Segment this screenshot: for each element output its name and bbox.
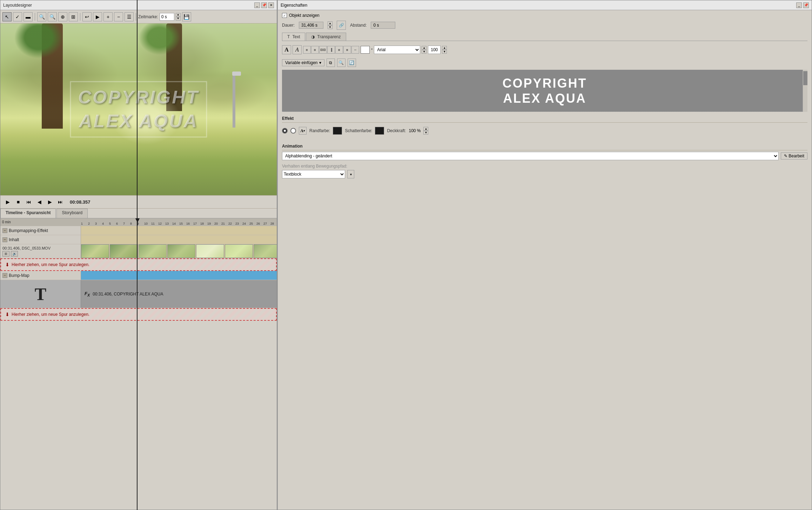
tab-transparenz[interactable]: ◑ Transparenz — [306, 33, 346, 41]
next-frame-button[interactable]: ▶ — [46, 198, 54, 206]
copy-format-button[interactable]: ⧉ — [327, 59, 335, 67]
track-label-media: 00:31.406, DSC_0533.MOV ⊞ 🔊 — [0, 244, 81, 258]
objekt-anzeigen-label: Objekt anzeigen — [289, 13, 320, 18]
bold-button[interactable]: A — [282, 45, 291, 54]
align-justify-button[interactable]: ≡ — [343, 46, 351, 54]
track-content-inhalt — [81, 235, 277, 244]
undo-button[interactable]: ↩ — [82, 12, 92, 21]
link-button[interactable]: 🔗 — [337, 21, 346, 30]
grid-button[interactable]: ⊞ — [69, 12, 78, 21]
track-media-audio-btn[interactable]: 🔊 — [11, 251, 18, 257]
scrollbar-thumb[interactable] — [803, 71, 807, 85]
textblock-select[interactable]: Textblock — [282, 170, 345, 178]
track-collapse-bumpmapping[interactable]: − — [2, 228, 7, 233]
dauer-up[interactable]: ▲ — [328, 21, 333, 25]
variable-insert-button[interactable]: Variable einfügen ▾ — [282, 59, 324, 66]
text-color-box[interactable] — [361, 46, 370, 54]
search-button[interactable]: 🔍 — [337, 59, 345, 67]
font-select[interactable]: Arial Times New Roman Verdana — [374, 46, 420, 54]
deckkraft-up[interactable]: ▲ — [423, 127, 428, 131]
italic-button[interactable]: A — [293, 45, 302, 54]
deckkraft-spinner[interactable]: ▲ ▼ — [423, 127, 428, 135]
props-pin-button[interactable]: 📌 — [803, 2, 809, 8]
zoom-in-button[interactable]: 🔍 — [37, 12, 46, 21]
font-size-up[interactable]: ▲ — [442, 46, 447, 50]
dauer-down[interactable]: ▼ — [328, 25, 333, 29]
align-center-button[interactable]: ≡ — [311, 46, 319, 54]
props-minimize-button[interactable]: ⎯ — [796, 2, 802, 8]
rewind-button[interactable]: ⏮ — [25, 198, 33, 206]
drop-zone-1[interactable]: ⬇ Hierher ziehen, um neue Spur anzulegen… — [0, 258, 277, 271]
playhead-indicator — [137, 218, 138, 225]
text-tab-icon: T — [287, 34, 290, 39]
align-fill-button[interactable]: ▐ — [327, 46, 335, 54]
fast-forward-button[interactable]: ⏭ — [56, 198, 64, 206]
zeitmarke-spinner[interactable]: ▲ ▼ — [176, 13, 181, 21]
shadow-color-box[interactable] — [375, 127, 384, 135]
pin-button[interactable]: 📌 — [261, 2, 267, 8]
animation-edit-button[interactable]: ✎ Bearbeit — [781, 152, 807, 159]
textblock-dropdown[interactable]: ▾ — [347, 170, 354, 178]
track-collapse-inhalt[interactable]: − — [2, 237, 7, 242]
align-cols-button[interactable]: ⊟⊟ — [319, 46, 327, 54]
border-color-box[interactable] — [333, 127, 342, 135]
font-select-spinner[interactable]: ▲ ▼ — [422, 46, 427, 54]
dauer-spinner[interactable]: ▲ ▼ — [328, 21, 333, 29]
animation-select[interactable]: Alphablending - geändert Keine Einblende… — [282, 152, 779, 160]
close-button[interactable]: ✕ — [268, 2, 274, 8]
preview-line2: ALEX AQUA — [502, 91, 587, 106]
checkmark-button[interactable]: ✓ — [13, 12, 22, 21]
save-button[interactable]: 💾 — [182, 12, 191, 21]
tab-storyboard[interactable]: Storyboard — [56, 209, 88, 218]
ruler-mark-15: 15 — [179, 222, 183, 225]
zoom-out-button[interactable]: 🔍 — [48, 12, 57, 21]
select-tool-button[interactable]: ↖ — [2, 12, 12, 21]
replace-button[interactable]: 🔄 — [348, 59, 356, 67]
abstand-value: 0 s — [371, 22, 395, 29]
font-down[interactable]: ▼ — [422, 50, 427, 54]
text-preview-content: COPYRIGHT ALEX AQUA — [502, 76, 587, 106]
prev-frame-button[interactable]: ◀ — [35, 198, 43, 206]
track-media-grid-btn[interactable]: ⊞ — [2, 251, 9, 257]
layout-button[interactable]: ☰ — [125, 12, 134, 21]
zeitmarke-up[interactable]: ▲ — [176, 13, 181, 17]
font-size-spinner[interactable]: ▲ ▼ — [442, 46, 447, 54]
align-special-button[interactable]: ↔ — [351, 46, 359, 54]
remove-button[interactable]: − — [114, 12, 123, 21]
track-label-text: T — [0, 280, 81, 308]
frame-tool-button[interactable]: ▬ — [24, 12, 33, 21]
text-track-timecode: 00:31.406, COPYRIGHT ALEX AQUA — [93, 292, 163, 297]
objekt-anzeigen-checkbox[interactable] — [282, 13, 287, 18]
align-right-button[interactable]: ≡ — [335, 46, 343, 54]
zeitmarke-input[interactable] — [160, 13, 174, 21]
zeitmarke-down[interactable]: ▼ — [176, 17, 181, 21]
ruler-mark-14: 14 — [172, 222, 176, 225]
eigenschaften-window: Eigenschaften ⎯ 📌 Objekt anzeigen Dauer:… — [277, 0, 812, 510]
textblock-row: Textblock ▾ — [282, 170, 807, 178]
stop-button[interactable]: ■ — [14, 198, 22, 206]
preview-copyright-overlay: COPYRIGHT ALEX AQUA — [70, 81, 207, 137]
add-button[interactable]: + — [103, 12, 113, 21]
text-preview-scrollbar[interactable] — [803, 70, 807, 112]
drop-zone-2[interactable]: ⬇ Hierher ziehen, um neue Spur anzulegen… — [0, 308, 277, 321]
font-size-input[interactable] — [428, 46, 441, 54]
ruler-mark-26: 26 — [256, 222, 260, 225]
track-collapse-bumpmap[interactable]: − — [2, 273, 7, 278]
video-thumbnails — [81, 244, 277, 258]
align-left-button[interactable]: ≡ — [303, 46, 311, 54]
track-row-inhalt: − Inhalt — [0, 235, 277, 244]
zoom-fit-button[interactable]: ⊕ — [58, 12, 67, 21]
tab-timeline-spuransicht[interactable]: Timeline - Spuransicht — [0, 209, 56, 218]
effect-type-dropdown[interactable]: A ▾ — [299, 127, 307, 135]
video-button[interactable]: ▶ — [93, 12, 102, 21]
play-button[interactable]: ▶ — [4, 198, 12, 206]
effect-radio-2[interactable] — [290, 128, 296, 134]
video-thumb-7 — [254, 244, 277, 258]
font-up[interactable]: ▲ — [422, 46, 427, 50]
ruler-mark-3: 3 — [95, 222, 97, 225]
minimize-button[interactable]: ⎯ — [254, 2, 260, 8]
font-size-down[interactable]: ▼ — [442, 50, 447, 54]
tab-text[interactable]: T Text — [282, 33, 305, 41]
effect-radio-1[interactable] — [282, 128, 288, 134]
deckkraft-down[interactable]: ▼ — [423, 131, 428, 135]
